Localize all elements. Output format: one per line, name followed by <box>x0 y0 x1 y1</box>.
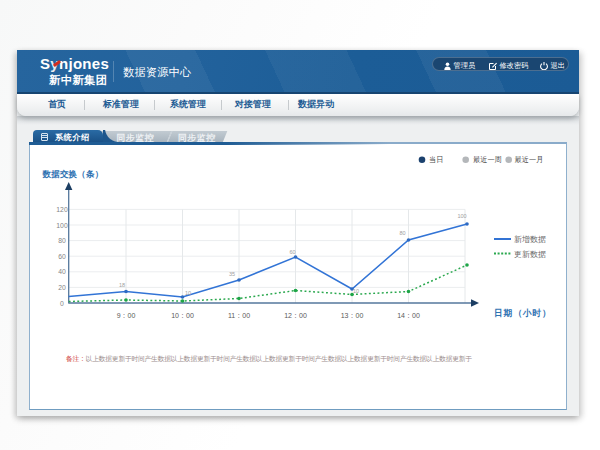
svg-text:80: 80 <box>58 237 66 244</box>
svg-text:0: 0 <box>60 300 64 307</box>
svg-text:数据交换（条）: 数据交换（条） <box>42 169 104 179</box>
svg-text:13：00: 13：00 <box>341 312 364 319</box>
svg-text:60: 60 <box>58 253 66 260</box>
svg-text:35: 35 <box>229 271 235 277</box>
svg-text:20: 20 <box>58 284 66 291</box>
svg-text:120: 120 <box>56 206 68 213</box>
svg-text:9：00: 9：00 <box>117 312 136 319</box>
svg-text:18: 18 <box>119 282 125 288</box>
svg-text:10: 10 <box>353 288 359 294</box>
svg-text:更新数据: 更新数据 <box>514 250 546 259</box>
svg-text:80: 80 <box>399 230 405 236</box>
svg-text:11：00: 11：00 <box>228 312 250 319</box>
svg-text:12：00: 12：00 <box>284 312 307 319</box>
svg-text:备注：以上数据更新于时间产生数据以上数据更新于时间产生数据以: 备注：以上数据更新于时间产生数据以上数据更新于时间产生数据以上数据更新于时间产生… <box>66 355 472 363</box>
svg-text:40: 40 <box>58 268 66 275</box>
svg-text:10：00: 10：00 <box>171 312 194 319</box>
svg-text:最近一月: 最近一月 <box>515 155 544 164</box>
svg-text:新增数据: 新增数据 <box>514 235 546 244</box>
svg-text:60: 60 <box>289 249 295 255</box>
svg-text:10: 10 <box>185 290 191 296</box>
svg-text:当日: 当日 <box>429 155 443 164</box>
svg-text:100: 100 <box>457 213 466 219</box>
svg-text:日期（小时）: 日期（小时） <box>494 308 552 318</box>
svg-text:最近一周: 最近一周 <box>473 155 502 164</box>
svg-text:100: 100 <box>56 222 68 229</box>
svg-text:14：00: 14：00 <box>397 312 420 319</box>
